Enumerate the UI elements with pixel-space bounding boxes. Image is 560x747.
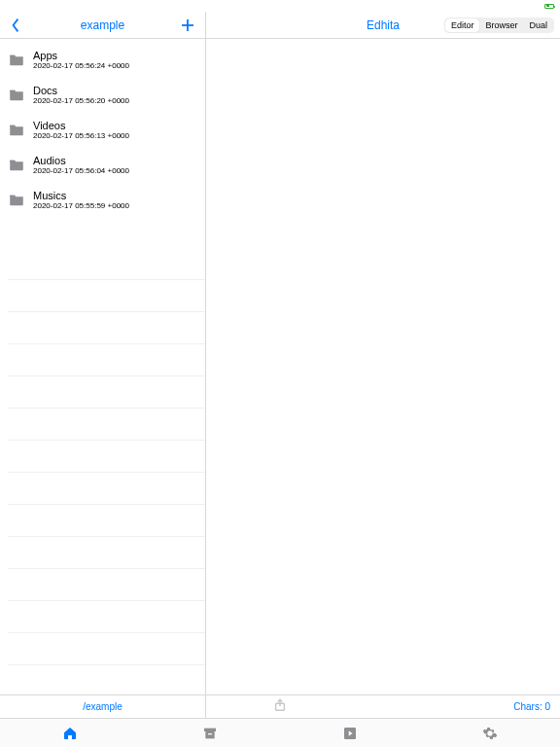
list-item[interactable]: Docs 2020-02-17 05:56:20 +0000 (0, 78, 205, 113)
folder-name: Musics (33, 190, 129, 201)
segment-browser[interactable]: Browser (479, 18, 523, 32)
battery-icon (544, 4, 554, 9)
sidebar: Apps 2020-02-17 05:56:24 +0000 Docs 2020… (0, 39, 206, 694)
tab-home[interactable] (0, 719, 140, 747)
svg-rect-9 (204, 728, 216, 730)
folder-icon (8, 192, 25, 209)
strip-right: Chars: 0 (206, 695, 560, 718)
app-title: Edhita (367, 18, 400, 32)
empty-separators (8, 248, 205, 665)
folder-timestamp: 2020-02-17 05:56:20 +0000 (33, 97, 129, 106)
path-label: /example (0, 695, 206, 718)
home-icon (62, 726, 78, 741)
status-strip: /example Chars: 0 (0, 694, 560, 718)
folder-icon (8, 122, 25, 139)
folder-timestamp: 2020-02-17 05:55:59 +0000 (33, 202, 129, 211)
share-icon (273, 698, 287, 712)
folder-timestamp: 2020-02-17 05:56:04 +0000 (33, 167, 129, 176)
folder-name: Docs (33, 85, 129, 96)
chevron-left-icon (10, 18, 21, 33)
plus-icon (181, 18, 194, 32)
svg-rect-10 (205, 731, 214, 738)
folder-timestamp: 2020-02-17 05:56:24 +0000 (33, 62, 129, 71)
main-split: Apps 2020-02-17 05:56:24 +0000 Docs 2020… (0, 39, 560, 694)
folder-icon (8, 87, 25, 104)
archive-icon (202, 726, 218, 741)
status-bar (0, 0, 560, 12)
list-item[interactable]: Musics 2020-02-17 05:55:59 +0000 (0, 183, 205, 218)
folder-icon (8, 157, 25, 174)
share-button[interactable] (273, 698, 287, 716)
tab-bar (0, 718, 560, 747)
folder-name: Audios (33, 155, 129, 166)
svg-rect-3 (10, 90, 15, 92)
char-count: Chars: 0 (513, 701, 550, 712)
svg-rect-6 (10, 196, 15, 197)
folder-icon (8, 52, 25, 69)
folder-name: Apps (33, 50, 129, 61)
svg-rect-11 (208, 733, 212, 734)
tab-archive[interactable] (140, 719, 280, 747)
folder-list: Apps 2020-02-17 05:56:24 +0000 Docs 2020… (0, 39, 205, 218)
sidebar-title: example (81, 18, 124, 32)
nav-left: example (0, 12, 206, 38)
nav-bar: example Edhita Editor Browser Dual (0, 12, 560, 39)
gear-icon (482, 726, 498, 741)
segment-dual[interactable]: Dual (523, 18, 553, 32)
svg-rect-2 (10, 55, 15, 57)
folder-name: Videos (33, 120, 129, 131)
svg-rect-5 (10, 160, 15, 162)
tab-play[interactable] (280, 719, 420, 747)
play-icon (342, 726, 358, 741)
list-item[interactable]: Audios 2020-02-17 05:56:04 +0000 (0, 148, 205, 183)
add-button[interactable] (176, 12, 199, 38)
back-button[interactable] (4, 12, 27, 38)
segment-editor[interactable]: Editor (445, 18, 480, 32)
tab-settings[interactable] (420, 719, 560, 747)
svg-rect-4 (10, 125, 15, 127)
nav-right: Edhita Editor Browser Dual (206, 12, 560, 38)
list-item[interactable]: Apps 2020-02-17 05:56:24 +0000 (0, 43, 205, 78)
editor-area[interactable] (206, 39, 560, 694)
folder-timestamp: 2020-02-17 05:56:13 +0000 (33, 132, 129, 141)
list-item[interactable]: Videos 2020-02-17 05:56:13 +0000 (0, 113, 205, 148)
view-mode-segmented-control[interactable]: Editor Browser Dual (444, 18, 554, 33)
